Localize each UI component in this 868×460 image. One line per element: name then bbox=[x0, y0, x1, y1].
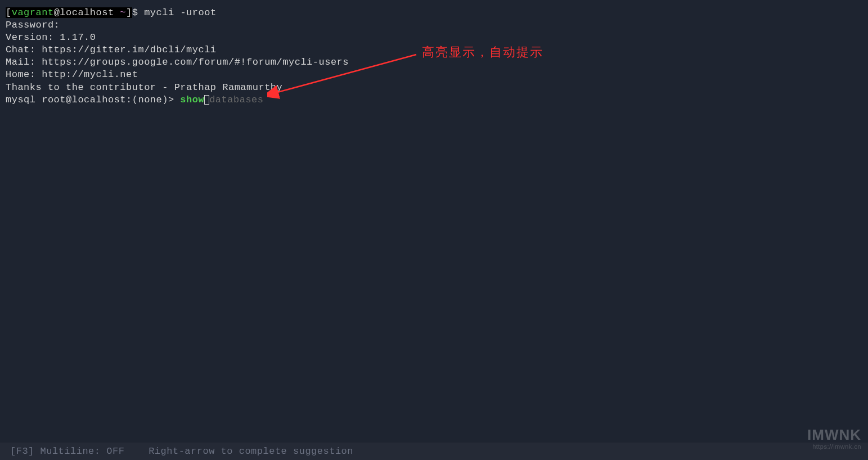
bracket-close: ] bbox=[126, 7, 132, 18]
prompt-user: vagrant bbox=[12, 7, 54, 18]
output-version: Version: 1.17.0 bbox=[6, 31, 862, 44]
watermark-url: https://imwnk.cn bbox=[807, 443, 861, 450]
prompt-tilde: ~ bbox=[120, 7, 126, 18]
watermark-title: IMWNK bbox=[807, 427, 861, 443]
bracket-open: [ bbox=[6, 7, 12, 18]
mysql-keyword: show bbox=[180, 94, 204, 105]
mysql-prompt-line[interactable]: mysql root@localhost:(none)> showdatabas… bbox=[6, 94, 862, 106]
status-bar: [F3] Multiline: OFF Right-arrow to compl… bbox=[0, 443, 868, 460]
mysql-prompt: mysql root@localhost:(none)> bbox=[6, 94, 180, 105]
output-password: Password: bbox=[6, 19, 862, 31]
status-multiline: [F3] Multiline: OFF bbox=[10, 446, 124, 457]
prompt-dollar: $ bbox=[132, 7, 144, 18]
output-home: Home: http://mycli.net bbox=[6, 69, 862, 81]
cursor bbox=[204, 95, 209, 105]
output-thanks: Thanks to the contributor - Prathap Rama… bbox=[6, 82, 862, 94]
status-hint: Right-arrow to complete suggestion bbox=[149, 446, 353, 457]
prompt-at: @ bbox=[54, 7, 60, 18]
shell-command: mycli -uroot bbox=[144, 7, 216, 18]
watermark: IMWNK https://imwnk.cn bbox=[807, 427, 861, 450]
shell-prompt-line: [vagrant@localhost ~]$ mycli -uroot bbox=[6, 7, 862, 19]
prompt-host: localhost bbox=[60, 7, 120, 18]
mysql-suggestion: databases bbox=[209, 94, 263, 105]
annotation-text: 高亮显示，自动提示 bbox=[422, 44, 543, 61]
